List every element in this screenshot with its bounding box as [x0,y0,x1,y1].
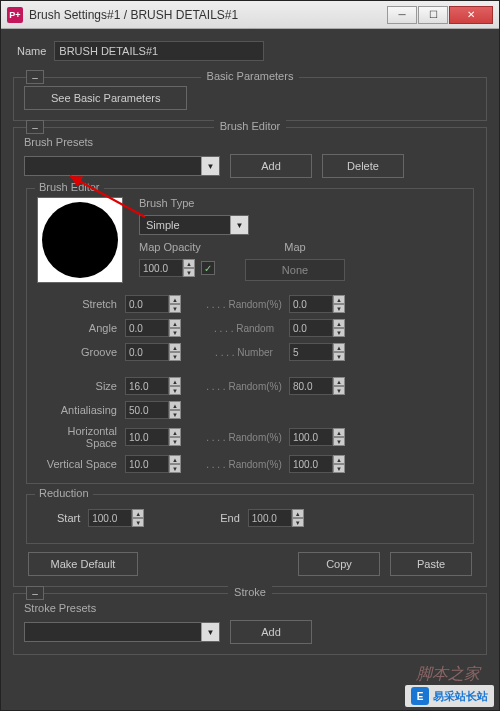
chevron-down-icon: ▼ [201,623,219,641]
vspace-random-spinner[interactable]: ▲▼ [289,455,349,473]
groove-spinner[interactable]: ▲▼ [125,343,185,361]
maximize-button[interactable]: ☐ [418,6,448,24]
size-random-label: . . . . Random(%) [199,381,289,392]
preset-add-button[interactable]: Add [230,154,312,178]
brush-type-label: Brush Type [139,197,463,209]
see-basic-button[interactable]: See Basic Parameters [24,86,187,110]
size-random-spinner[interactable]: ▲▼ [289,377,349,395]
vspace-spinner[interactable]: ▲▼ [125,455,185,473]
groove-label: Groove [37,346,125,358]
stretch-random-label: . . . . Random(%) [199,299,289,310]
content-area: Name – Basic Parameters See Basic Parame… [1,29,499,669]
spinner-down-icon[interactable]: ▼ [183,268,195,277]
editor-legend: Brush Editor [214,120,287,132]
hspace-spinner[interactable]: ▲▼ [125,428,185,446]
reduction-section: Reduction Start ▲▼ End ▲▼ [26,494,474,544]
name-input[interactable] [54,41,264,61]
brush-preview[interactable] [37,197,123,283]
groove-number-label: . . . . Number [199,347,289,358]
stroke-section: – Stroke Stroke Presets ▼ Add [13,593,487,655]
watermark-cn: 脚本之家 [416,664,480,685]
map-opacity-spinner[interactable]: ▲▼ [139,259,195,277]
stroke-add-button[interactable]: Add [230,620,312,644]
hspace-label: Horizontal Space [37,425,125,449]
chevron-down-icon: ▼ [201,157,219,175]
stroke-presets-label: Stroke Presets [24,602,476,614]
brush-editor-inner: Brush Editor Brush Type Simple ▼ [26,188,474,484]
vspace-label: Vertical Space [37,458,125,470]
map-opacity-checkbox[interactable]: ✓ [201,261,215,275]
collapse-basic-button[interactable]: – [26,70,44,84]
stroke-preset-dropdown[interactable]: ▼ [24,622,220,642]
minimize-button[interactable]: ─ [387,6,417,24]
collapse-stroke-button[interactable]: – [26,586,44,600]
reduction-end-label: End [220,512,240,524]
stretch-spinner[interactable]: ▲▼ [125,295,185,313]
brush-type-dropdown[interactable]: Simple ▼ [139,215,249,235]
basic-parameters-section: – Basic Parameters See Basic Parameters [13,77,487,121]
preset-delete-button[interactable]: Delete [322,154,404,178]
hspace-random-label: . . . . Random(%) [199,432,289,443]
collapse-editor-button[interactable]: – [26,120,44,134]
antialiasing-spinner[interactable]: ▲▼ [125,401,185,419]
titlebar[interactable]: P+ Brush Settings#1 / BRUSH DETAILS#1 ─ … [1,1,499,29]
angle-random-label: . . . . Random [199,323,289,334]
app-icon: P+ [7,7,23,23]
reduction-end-spinner[interactable]: ▲▼ [248,509,304,527]
brush-type-value: Simple [140,219,230,231]
spinner-up-icon[interactable]: ▲ [183,259,195,268]
reduction-start-label: Start [57,512,80,524]
vspace-random-label: . . . . Random(%) [199,459,289,470]
reduction-legend: Reduction [35,487,93,499]
angle-spinner[interactable]: ▲▼ [125,319,185,337]
stroke-legend: Stroke [228,586,272,598]
chevron-down-icon: ▼ [230,216,248,234]
size-label: Size [37,380,125,392]
brush-circle-icon [42,202,118,278]
watermark-icon: E [411,687,429,705]
brush-editor-section: – Brush Editor Brush Presets ▼ Add Delet… [13,127,487,587]
stretch-random-spinner[interactable]: ▲▼ [289,295,349,313]
paste-button[interactable]: Paste [390,552,472,576]
brush-presets-label: Brush Presets [24,136,476,148]
hspace-random-spinner[interactable]: ▲▼ [289,428,349,446]
brush-preset-dropdown[interactable]: ▼ [24,156,220,176]
reduction-start-spinner[interactable]: ▲▼ [88,509,144,527]
make-default-button[interactable]: Make Default [28,552,138,576]
map-opacity-label: Map Opacity [139,241,215,253]
watermark: E 易采站长站 [405,685,494,707]
brush-settings-window: P+ Brush Settings#1 / BRUSH DETAILS#1 ─ … [0,0,500,711]
angle-random-spinner[interactable]: ▲▼ [289,319,349,337]
angle-label: Angle [37,322,125,334]
basic-legend: Basic Parameters [201,70,300,82]
copy-button[interactable]: Copy [298,552,380,576]
size-spinner[interactable]: ▲▼ [125,377,185,395]
name-label: Name [17,45,46,57]
stretch-label: Stretch [37,298,125,310]
window-title: Brush Settings#1 / BRUSH DETAILS#1 [29,8,387,22]
map-label: Map [245,241,345,253]
map-opacity-input[interactable] [139,259,183,277]
map-none-button[interactable]: None [245,259,345,281]
watermark-text: 易采站长站 [433,689,488,704]
inner-editor-label: Brush Editor [35,181,104,193]
groove-number-spinner[interactable]: ▲▼ [289,343,349,361]
close-button[interactable]: ✕ [449,6,493,24]
antialiasing-label: Antialiasing [37,404,125,416]
